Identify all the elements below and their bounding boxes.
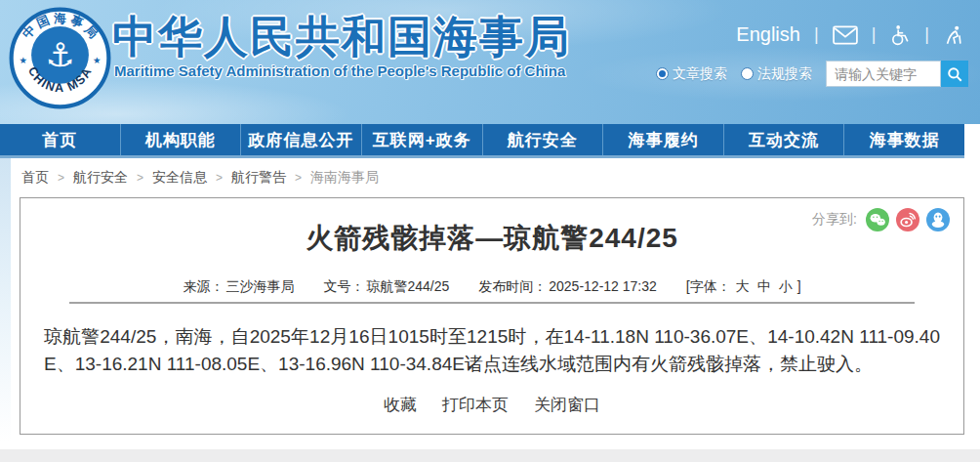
- search-type-regulation[interactable]: 法规搜索: [741, 65, 812, 83]
- page-edge-tint: [0, 158, 11, 441]
- meta-doc-no-value: 琼航警244/25: [366, 278, 449, 296]
- article-actions: 收藏 打印本页 关闭窗口: [20, 394, 963, 416]
- radio-unselected-icon[interactable]: [741, 67, 754, 80]
- star-icon: ★: [93, 55, 101, 65]
- meta-publish-label: 发布时间：: [478, 278, 547, 296]
- meta-source: 来源： 三沙海事局: [183, 278, 294, 296]
- share-label: 分享到:: [812, 211, 857, 229]
- search-type-options: 文章搜索 法规搜索: [656, 65, 812, 83]
- nav-item-msa-data[interactable]: 海事数据: [843, 124, 964, 155]
- nav-item-navigation-safety[interactable]: 航行安全: [482, 124, 603, 155]
- nav-item-functions[interactable]: 机构职能: [120, 124, 241, 155]
- nav-item-internet-gov[interactable]: 互联网+政务: [361, 124, 482, 155]
- article-container: 分享到:: [20, 197, 964, 435]
- meta-font-label-open: [字体：: [686, 278, 731, 296]
- article-meta: 来源： 三沙海事局 文号： 琼航警244/25 发布时间： 2025-12-12…: [20, 278, 963, 296]
- qq-share-icon[interactable]: [926, 208, 950, 231]
- site-title: 中华人民共和国海事局: [112, 8, 571, 66]
- meta-publish-time: 发布时间： 2025-12-12 17:32: [478, 278, 657, 296]
- meta-font-size-控制: [字体： 大 中 小 ]: [686, 278, 801, 296]
- meta-doc-no-label: 文号：: [323, 278, 364, 296]
- msa-logo-emblem: 中 国 海 事 局 ⚓ ★ ★ CHINA MSA: [9, 7, 111, 109]
- utility-bar: English | | |: [736, 23, 964, 46]
- meta-source-value: 三沙海事局: [225, 278, 294, 296]
- search-input[interactable]: [826, 61, 941, 87]
- search-type-article-label: 文章搜索: [673, 65, 727, 83]
- english-link[interactable]: English: [736, 23, 800, 46]
- print-page-button[interactable]: 打印本页: [442, 394, 509, 416]
- breadcrumb-item-safety-info[interactable]: 安全信息: [152, 169, 207, 187]
- weibo-share-icon[interactable]: [896, 208, 919, 231]
- breadcrumb: 首页 > 航行安全 > 安全信息 > 航行警告 > 海南海事局: [0, 158, 980, 197]
- breadcrumb-separator: >: [137, 171, 143, 185]
- font-size-large-button[interactable]: 大: [736, 278, 750, 296]
- breadcrumb-item-navigation-safety[interactable]: 航行安全: [73, 169, 128, 187]
- accessibility-icon[interactable]: [889, 24, 911, 46]
- nav-item-interaction[interactable]: 互动交流: [723, 124, 844, 155]
- search-type-regulation-label: 法规搜索: [757, 65, 812, 83]
- site-subtitle: Maritime Safety Administration of the Pe…: [114, 63, 565, 79]
- meta-font-label-close: ]: [797, 278, 801, 296]
- star-icon: ★: [20, 55, 27, 65]
- breadcrumb-item-home[interactable]: 首页: [21, 169, 49, 187]
- mail-icon[interactable]: [833, 25, 858, 45]
- site-header: 中 国 海 事 局 ⚓ ★ ★ CHINA MSA 中华人民共和国海事局 Mar…: [0, 0, 980, 124]
- anchor-icon: ⚓: [45, 37, 74, 73]
- favorite-button[interactable]: 收藏: [384, 394, 417, 416]
- article-body-text: 琼航警244/25，南海，自2025年12月16日1015时至1215时，在14…: [44, 323, 940, 378]
- breadcrumb-item-hainan-msa: 海南海事局: [310, 169, 379, 187]
- utility-divider: |: [924, 24, 929, 45]
- meta-doc-no: 文号： 琼航警244/25: [323, 278, 449, 296]
- breadcrumb-separator: >: [216, 171, 223, 185]
- msa-logo: 中 国 海 事 局 ⚓ ★ ★ CHINA MSA: [9, 7, 111, 109]
- search-button[interactable]: [941, 61, 968, 87]
- main-nav: 首页 机构职能 政府信息公开 互联网+政务 航行安全 海事履约 互动交流 海事数…: [0, 124, 964, 158]
- breadcrumb-item-navigation-warning[interactable]: 航行警告: [231, 169, 286, 187]
- breadcrumb-separator: >: [58, 171, 64, 185]
- footer-strip: [0, 449, 980, 462]
- meta-divider: [69, 302, 915, 304]
- font-size-medium-button[interactable]: 中: [757, 278, 771, 296]
- wechat-share-icon[interactable]: [866, 208, 889, 231]
- utility-divider: |: [814, 24, 819, 45]
- search-icon: [946, 65, 963, 83]
- search-type-article[interactable]: 文章搜索: [656, 65, 727, 83]
- nav-item-home[interactable]: 首页: [0, 124, 120, 155]
- font-size-small-button[interactable]: 小: [779, 278, 793, 296]
- radio-selected-icon[interactable]: [656, 67, 669, 80]
- utility-divider: |: [872, 24, 877, 45]
- nav-item-msa-compliance[interactable]: 海事履约: [602, 124, 723, 155]
- share-row: 分享到:: [812, 208, 950, 231]
- meta-publish-value: 2025-12-12 17:32: [549, 278, 657, 296]
- meta-source-label: 来源：: [183, 278, 224, 296]
- search-bar: 文章搜索 法规搜索: [656, 61, 968, 87]
- breadcrumb-separator: >: [295, 171, 302, 185]
- close-window-button[interactable]: 关闭窗口: [534, 394, 600, 416]
- elderly-mode-icon[interactable]: [943, 24, 964, 46]
- nav-item-gov-info[interactable]: 政府信息公开: [240, 124, 361, 155]
